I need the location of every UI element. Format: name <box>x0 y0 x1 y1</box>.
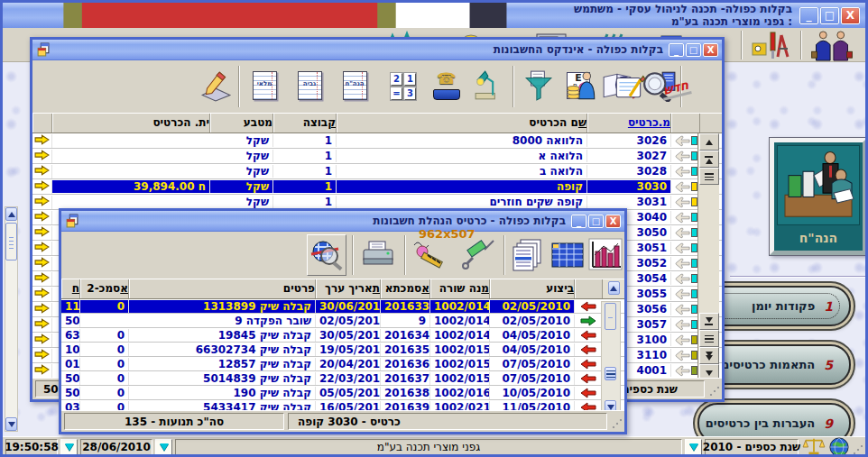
hand-icon <box>672 242 690 254</box>
card-scrollbar[interactable] <box>601 301 621 416</box>
transaction-row[interactable]: 50 שובר הפקדה 9 02/05/2010 9 1002/0145 0… <box>61 314 624 328</box>
calculator-icon[interactable]: 12 3= <box>384 63 422 108</box>
scale-icon[interactable] <box>801 437 826 457</box>
header-currency[interactable]: מטבע <box>210 114 273 133</box>
yellow-arrow-icon <box>34 349 50 360</box>
transaction-row[interactable]: 01 0 קבלה שיק 12857 20/04/2010 201636 10… <box>61 357 624 371</box>
billing-page-icon[interactable]: גביה <box>291 63 328 108</box>
transaction-row[interactable]: 10 0 קבלה שיק 66302734 19/05/2010 201635… <box>61 343 624 357</box>
account-row[interactable]: 39,894.00 ח שקל 1 קופה 3030 <box>32 179 722 195</box>
minimize-button[interactable]: _ <box>669 43 684 57</box>
people-icon[interactable] <box>809 31 854 62</box>
date-dropdown-button[interactable] <box>155 439 172 456</box>
ledger-page-icon[interactable]: הנה"ח <box>336 63 374 108</box>
time-dropdown-button[interactable] <box>60 439 78 456</box>
header-card-name[interactable]: שם הכרטיס <box>337 114 587 133</box>
account-row[interactable]: שקל 1 הלוואה 8000 3026 <box>32 133 722 149</box>
resize-grip[interactable] <box>708 387 719 398</box>
scroll-up-button[interactable] <box>699 133 719 151</box>
header-reference[interactable]: אסמכתא <box>381 279 430 298</box>
header-ref2[interactable]: אסמכ-2 <box>80 279 129 298</box>
goto-list-button[interactable] <box>699 330 719 347</box>
hand-pointer-icon[interactable] <box>671 242 700 254</box>
workspace-scrollbar[interactable] <box>5 206 18 432</box>
header-value-date[interactable]: תאריך ערך <box>316 279 381 298</box>
scroll-up-button[interactable] <box>5 207 17 221</box>
hand-pointer-icon[interactable] <box>671 135 700 147</box>
hand-pointer-icon[interactable] <box>671 258 700 270</box>
desk-lamp-icon[interactable] <box>471 63 509 108</box>
cell-details: קבלה שיק 5014839 <box>129 372 316 385</box>
header-balance[interactable]: ית. הכרטיס <box>52 114 210 133</box>
hand-pointer-icon[interactable] <box>671 319 700 331</box>
header-batch-line[interactable]: מנה שורה <box>430 279 490 298</box>
fiscal-year-dropdown-button[interactable] <box>685 439 702 456</box>
header-debit[interactable]: ח <box>61 279 80 298</box>
globe-icon[interactable] <box>829 437 849 457</box>
card-scroll-up[interactable] <box>603 279 624 298</box>
index-titlebar[interactable]: בקלות כפולה - אינדקס החשבונות _ □ X <box>32 40 722 60</box>
close-button[interactable]: X <box>605 215 621 228</box>
direction-arrow-icon <box>575 373 603 384</box>
sign-pad-icon[interactable] <box>610 63 648 108</box>
scrollbar-thumb[interactable] <box>5 223 17 260</box>
table-grid-icon[interactable] <box>549 234 586 276</box>
index-scrollbar[interactable] <box>697 133 719 398</box>
goto-button[interactable] <box>605 367 616 380</box>
scroll-bottom-button[interactable] <box>699 313 719 330</box>
tools-icon[interactable] <box>750 31 791 61</box>
transaction-row[interactable]: 50 0 קבלה שיק 5014839 22/03/2010 201637 … <box>61 371 624 386</box>
scroll-page-down-button[interactable] <box>699 347 719 364</box>
person-coins-icon[interactable] <box>563 63 601 108</box>
minimize-button[interactable]: _ <box>799 7 818 24</box>
transaction-row[interactable]: 63 0 קבלה שיק 19845 30/05/2010 201634 10… <box>61 328 624 343</box>
scroll-down-button[interactable] <box>5 417 17 431</box>
print-icon[interactable] <box>359 234 397 276</box>
close-button[interactable]: X <box>841 7 860 24</box>
header-exec-date[interactable]: ביצוע <box>490 279 575 298</box>
phone-book-icon[interactable]: ☎ <box>428 63 466 108</box>
bar-chart-icon[interactable] <box>586 234 624 276</box>
inventory-page-icon[interactable]: מלאי <box>245 63 283 108</box>
hand-pointer-icon[interactable] <box>671 334 700 346</box>
status-square <box>691 335 697 344</box>
hand-pointer-icon[interactable] <box>671 273 700 285</box>
hand-icon <box>672 288 690 300</box>
documents-icon[interactable] <box>509 234 547 276</box>
account-row[interactable]: שקל 1 הלואה ב 3028 <box>32 164 722 179</box>
goto-list-button[interactable] <box>699 168 719 185</box>
hand-pointer-icon[interactable] <box>671 365 700 377</box>
zoom-ball-icon[interactable] <box>307 234 346 276</box>
transaction-row[interactable]: 50 0 קבלה שיק 190 05/05/2010 201638 1002… <box>61 386 624 400</box>
hand-pointer-icon[interactable] <box>671 197 700 208</box>
hand-pointer-icon[interactable] <box>671 288 700 300</box>
scrollbar-thumb[interactable] <box>605 303 616 330</box>
close-button[interactable]: X <box>703 43 718 57</box>
hand-pointer-icon[interactable] <box>671 350 700 361</box>
status-square <box>691 136 697 145</box>
resize-grip[interactable] <box>611 419 622 430</box>
maximize-button[interactable]: □ <box>686 43 701 57</box>
hand-pointer-icon[interactable] <box>671 151 700 162</box>
transaction-row[interactable]: 11 0 קבלה שיק 1313899 30/06/2010 201633 … <box>61 299 624 314</box>
hand-pointer-icon[interactable] <box>671 181 700 193</box>
edit-pencil-icon[interactable] <box>197 63 235 108</box>
hand-pointer-icon[interactable] <box>671 166 700 178</box>
minimize-button[interactable]: _ <box>571 215 586 228</box>
hand-pointer-icon[interactable] <box>671 227 700 239</box>
cell-batch-line: 1002/0150 <box>430 343 490 356</box>
new-icon[interactable]: חדש <box>657 66 695 111</box>
filter-funnel-icon[interactable] <box>520 63 558 108</box>
hand-pointer-icon[interactable] <box>671 212 700 224</box>
resize-grip[interactable] <box>852 445 863 456</box>
account-row[interactable]: שקל 1 הלואה א 3027 <box>32 149 722 164</box>
header-details[interactable]: פרטים <box>129 279 316 298</box>
maximize-button[interactable]: □ <box>588 215 604 228</box>
maximize-button[interactable]: □ <box>820 7 839 24</box>
card-titlebar[interactable]: בקלות כפולה - כרטיס הנהלת חשבונות _ □ X <box>61 211 624 232</box>
scroll-top-button[interactable] <box>699 151 719 168</box>
header-card-no[interactable]: מ.כרטיס <box>587 114 671 133</box>
hand-pointer-icon[interactable] <box>671 304 700 315</box>
header-group[interactable]: קבוצה <box>273 114 337 133</box>
header-blank <box>671 114 700 133</box>
